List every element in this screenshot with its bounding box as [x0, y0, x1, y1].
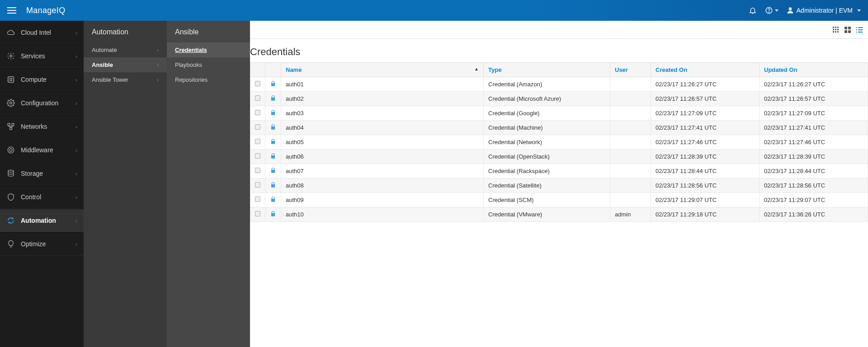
user-label-text: Administrator | EVM	[797, 7, 853, 14]
svg-rect-24	[848, 30, 851, 33]
lock-icon	[265, 193, 281, 207]
cell-name: auth02	[281, 92, 484, 106]
sidebar-item-storage[interactable]: Storage›	[0, 162, 84, 185]
row-checkbox[interactable]	[255, 211, 260, 216]
cell-updated: 02/23/17 11:28:39 UTC	[760, 150, 868, 164]
credentials-table: Name▲ Type User Created On Updated On au…	[250, 62, 868, 222]
col-updated[interactable]: Updated On	[760, 63, 868, 77]
sidebar-item-middleware[interactable]: Middleware›	[0, 138, 84, 162]
row-checkbox[interactable]	[255, 124, 260, 130]
secondary-item-automate[interactable]: Automate›	[84, 42, 167, 57]
row-checkbox[interactable]	[255, 110, 260, 115]
tertiary-item-label: Credentials	[175, 47, 207, 53]
cell-created: 02/23/17 11:26:57 UTC	[651, 92, 760, 106]
cell-updated: 02/23/17 11:36:26 UTC	[760, 207, 868, 222]
sidebar-item-cloud-intel[interactable]: Cloud Intel›	[0, 21, 84, 44]
row-checkbox[interactable]	[255, 139, 260, 144]
cell-created: 02/23/17 11:28:39 UTC	[651, 150, 760, 164]
view-grid-icon[interactable]	[832, 26, 840, 34]
cell-created: 02/23/17 11:29:18 UTC	[651, 207, 760, 222]
cell-user	[610, 164, 651, 178]
col-type[interactable]: Type	[484, 63, 610, 77]
sidebar-item-configuration[interactable]: Configuration›	[0, 91, 84, 115]
table-row[interactable]: auth09Credential (SCM)02/23/17 11:29:07 …	[250, 193, 868, 207]
sidebar-item-label: Networks	[21, 123, 75, 130]
table-row[interactable]: auth01Credential (Amazon)02/23/17 11:26:…	[250, 77, 868, 92]
chevron-right-icon: ›	[75, 76, 77, 83]
cell-updated: 02/23/17 11:29:07 UTC	[760, 193, 868, 207]
cell-created: 02/23/17 11:27:09 UTC	[651, 106, 760, 121]
col-select-all[interactable]	[250, 63, 265, 77]
cell-type: Credential (Machine)	[484, 121, 610, 135]
main-content: Credentials Name▲ Type User Created On U…	[250, 21, 868, 347]
table-row[interactable]: auth06Credential (OpenStack)02/23/17 11:…	[250, 150, 868, 164]
col-user[interactable]: User	[610, 63, 651, 77]
sidebar-item-control[interactable]: Control›	[0, 185, 84, 209]
svg-rect-16	[835, 29, 836, 30]
sidebar-tertiary: Ansible CredentialsPlaybooksRepositories	[167, 21, 250, 347]
row-checkbox[interactable]	[255, 95, 260, 101]
lock-icon	[265, 135, 281, 150]
svg-point-11	[8, 170, 14, 173]
view-list-icon[interactable]	[855, 26, 863, 34]
topbar: ManageIQ Administrator | EVM	[0, 0, 868, 21]
table-row[interactable]: auth03Credential (Google)02/23/17 11:27:…	[250, 106, 868, 121]
sidebar-item-label: Services	[21, 52, 75, 60]
menu-toggle[interactable]	[7, 5, 18, 16]
chevron-right-icon: ›	[75, 170, 77, 177]
secondary-item-label: Ansible	[92, 61, 157, 68]
tertiary-item-playbooks[interactable]: Playbooks	[167, 57, 250, 72]
cell-name: auth08	[281, 178, 484, 193]
table-row[interactable]: auth05Credential (Network)02/23/17 11:27…	[250, 135, 868, 150]
secondary-item-ansible-tower[interactable]: Ansible Tower›	[84, 72, 167, 87]
svg-rect-19	[835, 31, 836, 33]
table-row[interactable]: auth10Credential (VMware)admin02/23/17 1…	[250, 207, 868, 222]
sidebar-item-networks[interactable]: Networks›	[0, 115, 84, 138]
tertiary-item-repositories[interactable]: Repositories	[167, 72, 250, 87]
cell-name: auth01	[281, 77, 484, 92]
cell-type: Credential (SCM)	[484, 193, 610, 207]
sidebar-item-compute[interactable]: Compute›	[0, 68, 84, 91]
table-row[interactable]: auth08Credential (Satellite)02/23/17 11:…	[250, 178, 868, 193]
svg-point-5	[10, 102, 12, 104]
sidebar-item-label: Automation	[21, 217, 75, 224]
table-row[interactable]: auth07Credential (Rackspace)02/23/17 11:…	[250, 164, 868, 178]
sidebar-item-optimize[interactable]: Optimize›	[0, 232, 84, 256]
services-icon	[6, 52, 15, 61]
automation-icon	[6, 216, 15, 225]
cell-user	[610, 106, 651, 121]
col-name[interactable]: Name▲	[281, 63, 484, 77]
sidebar-item-automation[interactable]: Automation›	[0, 209, 84, 232]
networks-icon	[6, 122, 15, 131]
notifications-icon[interactable]	[749, 6, 757, 14]
sidebar-secondary: Automation Automate›Ansible›Ansible Towe…	[84, 21, 167, 347]
row-checkbox[interactable]	[255, 153, 260, 159]
svg-point-2	[10, 55, 12, 57]
control-icon	[6, 192, 15, 202]
help-icon[interactable]	[765, 6, 778, 14]
row-checkbox[interactable]	[255, 168, 260, 173]
chevron-right-icon: ›	[75, 123, 77, 130]
user-menu[interactable]: Administrator | EVM	[787, 7, 861, 14]
svg-rect-22	[848, 27, 851, 29]
cell-user	[610, 193, 651, 207]
secondary-item-ansible[interactable]: Ansible›	[84, 57, 167, 72]
cell-name: auth10	[281, 207, 484, 222]
col-created[interactable]: Created On	[651, 63, 760, 77]
table-row[interactable]: auth02Credential (Microsoft Azure)02/23/…	[250, 92, 868, 106]
row-checkbox[interactable]	[255, 182, 260, 188]
cell-created: 02/23/17 11:27:41 UTC	[651, 121, 760, 135]
svg-rect-27	[856, 29, 857, 30]
row-checkbox[interactable]	[255, 197, 260, 202]
sidebar-item-label: Storage	[21, 170, 75, 177]
sidebar-item-label: Compute	[21, 76, 75, 83]
chevron-right-icon: ›	[157, 62, 159, 68]
row-checkbox[interactable]	[255, 81, 260, 86]
view-tile-icon[interactable]	[844, 26, 852, 34]
cell-user	[610, 150, 651, 164]
sidebar-item-services[interactable]: Services›	[0, 44, 84, 68]
table-row[interactable]: auth04Credential (Machine)02/23/17 11:27…	[250, 121, 868, 135]
cell-updated: 02/23/17 11:28:56 UTC	[760, 178, 868, 193]
cell-name: auth05	[281, 135, 484, 150]
tertiary-item-credentials[interactable]: Credentials	[167, 42, 250, 57]
